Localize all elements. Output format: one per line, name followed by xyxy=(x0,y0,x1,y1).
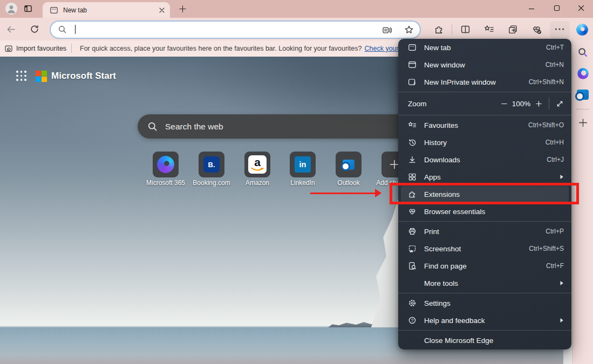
zoom-in-button[interactable] xyxy=(534,99,543,108)
svg-text:ē: ē xyxy=(413,81,415,86)
zoom-out-button[interactable] xyxy=(500,99,508,108)
favourite-star-icon[interactable] xyxy=(404,25,414,35)
page-title: Microsoft Start xyxy=(51,71,116,81)
extensions-toolbar-icon[interactable] xyxy=(434,24,444,35)
back-icon[interactable] xyxy=(6,24,16,35)
shortcut-tile-linkedin[interactable]: in xyxy=(290,152,316,177)
outlook-icon xyxy=(343,160,355,170)
history-icon xyxy=(408,138,417,147)
blank-icon xyxy=(408,279,417,287)
menu-item-more-tools[interactable]: More tools xyxy=(398,274,571,292)
app-launcher-waffle-icon[interactable] xyxy=(16,71,27,81)
sidebar-outlook-icon[interactable] xyxy=(577,90,589,100)
profile-avatar[interactable] xyxy=(5,3,17,15)
zoom-value: 100% xyxy=(508,100,534,108)
linkedin-icon: in xyxy=(295,156,311,173)
sidebar-add-icon[interactable] xyxy=(578,118,588,127)
browser-window: Microsoft Start Search the web B. a in M… xyxy=(0,0,593,364)
booking-icon: B. xyxy=(203,156,220,173)
search-icon xyxy=(147,121,158,132)
shortcut-tile-amazon[interactable]: a xyxy=(244,152,270,177)
browser-essentials-icon xyxy=(408,207,417,216)
shortcut-tile-microsoft-365[interactable] xyxy=(153,152,179,177)
downloads-icon xyxy=(408,155,417,164)
favbar-divider xyxy=(71,44,72,53)
menu-item-help-and-feedback[interactable]: ? Help and feedback xyxy=(398,312,571,329)
menu-item-close-microsoft-edge[interactable]: Close Microsoft Edge xyxy=(398,332,571,349)
screenshot-icon xyxy=(408,244,417,253)
import-favourites-icon xyxy=(4,44,13,53)
new-tab-button[interactable] xyxy=(179,5,187,13)
settings-gear-icon xyxy=(408,299,417,307)
split-screen-icon[interactable] xyxy=(460,24,471,35)
sidebar-microsoft-365-icon[interactable] xyxy=(577,68,589,79)
print-icon xyxy=(408,227,417,236)
workspaces-icon[interactable] xyxy=(24,4,32,13)
menu-item-new-window[interactable]: New window Ctrl+N xyxy=(398,56,571,73)
amazon-smile xyxy=(250,167,264,172)
tab-title: New tab xyxy=(63,6,87,14)
menu-item-favourites[interactable]: Favourites Ctrl+Shift+O xyxy=(398,116,571,134)
text-caret xyxy=(75,25,76,34)
close-window-button[interactable] xyxy=(578,5,584,11)
sidebar-search-icon[interactable] xyxy=(577,47,588,58)
favourites-icon xyxy=(408,121,417,129)
blank-icon xyxy=(408,336,417,345)
submenu-chevron-icon xyxy=(560,280,564,286)
menu-item-history[interactable]: History Ctrl+H xyxy=(398,134,571,151)
browser-essentials-toolbar-icon[interactable] xyxy=(531,24,542,35)
collections-icon[interactable] xyxy=(508,24,518,35)
tab-new-tab[interactable]: New tab xyxy=(43,2,170,18)
search-placeholder: Search the web xyxy=(165,122,223,132)
zoom-divider xyxy=(549,98,549,109)
more-ellipsis-icon xyxy=(555,28,564,31)
find-on-page-icon xyxy=(408,262,417,270)
annotation-highlight-box xyxy=(390,183,579,204)
favourites-list-icon[interactable] xyxy=(484,24,494,35)
read-aloud-icon[interactable] xyxy=(382,25,392,35)
refresh-icon[interactable] xyxy=(30,24,39,34)
shortcut-tile-outlook[interactable] xyxy=(336,152,362,177)
submenu-chevron-icon xyxy=(560,318,564,323)
menu-item-find-on-page[interactable]: Find on page Ctrl+F xyxy=(398,257,571,274)
menu-item-zoom: Zoom 100% xyxy=(398,93,571,114)
menu-item-screenshot[interactable]: Screenshot Ctrl+Shift+S xyxy=(398,240,571,257)
inprivate-icon: ē xyxy=(408,78,417,86)
tab-close-icon[interactable] xyxy=(159,8,165,13)
import-favourites-button[interactable]: Import favourites xyxy=(16,45,66,52)
address-search-icon xyxy=(58,25,67,34)
address-bar[interactable] xyxy=(50,20,421,39)
toolbar-divider xyxy=(452,24,452,35)
copilot-icon[interactable] xyxy=(576,24,588,36)
new-tab-page-icon xyxy=(50,6,58,15)
fullscreen-button[interactable] xyxy=(555,99,564,108)
web-search-input[interactable]: Search the web xyxy=(138,114,410,139)
menu-item-new-tab[interactable]: New tab Ctrl+T xyxy=(398,39,571,56)
menu-item-downloads[interactable]: Downloads Ctrl+J xyxy=(398,151,571,168)
menu-item-settings[interactable]: Settings xyxy=(398,294,571,312)
new-tab-icon xyxy=(408,43,417,52)
microsoft-365-icon xyxy=(157,156,174,173)
menu-item-new-inprivate-window[interactable]: ē New InPrivate window Ctrl+Shift+N xyxy=(398,73,571,91)
favbar-message-row: For quick access, place your favourites … xyxy=(80,45,404,52)
svg-text:?: ? xyxy=(411,318,414,323)
menu-item-print[interactable]: Print Ctrl+P xyxy=(398,223,571,240)
help-icon: ? xyxy=(408,316,417,325)
zoom-label: Zoom xyxy=(408,100,427,108)
shortcut-tile-booking[interactable]: B. xyxy=(199,152,224,177)
maximize-button[interactable] xyxy=(554,5,560,11)
annotation-arrow-shaft xyxy=(310,193,376,195)
sidebar-divider xyxy=(576,109,589,109)
minimize-button[interactable] xyxy=(528,5,535,12)
amazon-icon: a xyxy=(248,155,267,174)
apps-icon xyxy=(408,173,417,181)
submenu-chevron-icon xyxy=(560,174,564,180)
new-window-icon xyxy=(408,60,417,69)
favbar-message: For quick access, place your favourites … xyxy=(80,45,362,52)
menu-item-browser-essentials[interactable]: Browser essentials xyxy=(398,203,571,220)
microsoft-logo xyxy=(36,71,47,82)
annotation-arrow-head xyxy=(375,189,381,197)
